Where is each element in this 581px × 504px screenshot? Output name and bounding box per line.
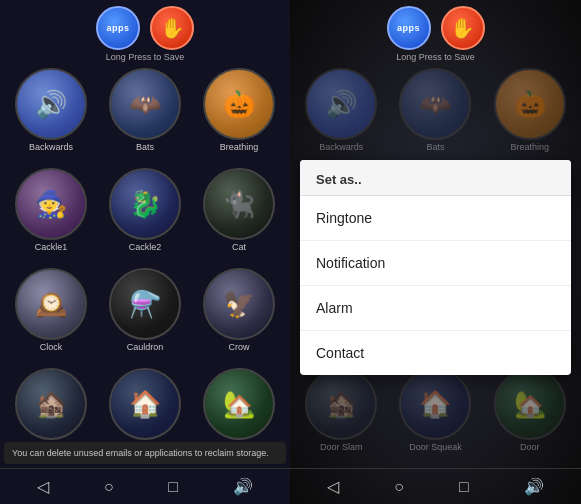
sound-label-bats: Bats [136, 142, 154, 152]
sound-label-cat: Cat [232, 242, 246, 252]
sound-label-crow: Crow [228, 342, 249, 352]
sound-item-cauldron[interactable]: ⚗️Cauldron [100, 268, 190, 364]
sound-icon-crow: 🦅 [203, 268, 275, 340]
sound-icon-doorsqueak: 🏠 [109, 368, 181, 440]
menu-item-notification[interactable]: Notification [300, 241, 571, 286]
back-button-left[interactable]: ◁ [29, 473, 57, 500]
apps-label-left: apps [106, 23, 129, 33]
menu-item-ringtone[interactable]: Ringtone [300, 196, 571, 241]
sound-icon-cauldron: ⚗️ [109, 268, 181, 340]
sound-label-backwards: Backwards [29, 142, 73, 152]
left-panel: apps ✋ Long Press to Save 🔊Backwards🦇Bat… [0, 0, 290, 504]
sound-label-breathing: Breathing [220, 142, 259, 152]
sound-item-cackle1[interactable]: 🧙Cackle1 [6, 168, 96, 264]
sound-label-cackle1: Cackle1 [35, 242, 68, 252]
recents-button-left[interactable]: □ [160, 474, 186, 500]
home-button-left[interactable]: ○ [96, 474, 122, 500]
sound-icon-clock: 🕰️ [15, 268, 87, 340]
toast-message: You can delete unused emails or applicat… [4, 442, 286, 464]
hand-button-left[interactable]: ✋ [150, 6, 194, 50]
sound-icon-door: 🏡 [203, 368, 275, 440]
apps-button-left[interactable]: apps [96, 6, 140, 50]
volume-button-left[interactable]: 🔊 [225, 473, 261, 500]
sound-label-cauldron: Cauldron [127, 342, 164, 352]
sound-icon-doorslam: 🏚️ [15, 368, 87, 440]
sound-item-bats[interactable]: 🦇Bats [100, 68, 190, 164]
popup-overlay: Set as.. Ringtone Notification Alarm Con… [290, 0, 581, 504]
sound-icon-backwards: 🔊 [15, 68, 87, 140]
popup-header: Set as.. [300, 160, 571, 196]
sound-item-cackle2[interactable]: 🐉Cackle2 [100, 168, 190, 264]
sound-label-clock: Clock [40, 342, 63, 352]
sound-item-cat[interactable]: 🐈‍⬛Cat [194, 168, 284, 264]
sound-icon-cackle2: 🐉 [109, 168, 181, 240]
hand-icon-left: ✋ [160, 16, 185, 40]
sound-icon-breathing: 🎃 [203, 68, 275, 140]
sound-item-breathing[interactable]: 🎃Breathing [194, 68, 284, 164]
sound-icon-cackle1: 🧙 [15, 168, 87, 240]
sound-icon-cat: 🐈‍⬛ [203, 168, 275, 240]
context-menu: Set as.. Ringtone Notification Alarm Con… [300, 160, 571, 375]
right-panel: apps ✋ Long Press to Save 🔊Backwards🦇Bat… [290, 0, 581, 504]
long-press-label-left: Long Press to Save [106, 52, 185, 62]
sound-grid-left: 🔊Backwards🦇Bats🎃Breathing🧙Cackle1🐉Cackle… [0, 64, 290, 468]
top-bar-left: apps ✋ Long Press to Save [0, 0, 290, 64]
menu-item-alarm[interactable]: Alarm [300, 286, 571, 331]
sound-item-clock[interactable]: 🕰️Clock [6, 268, 96, 364]
sound-item-backwards[interactable]: 🔊Backwards [6, 68, 96, 164]
menu-item-contact[interactable]: Contact [300, 331, 571, 375]
sound-label-cackle2: Cackle2 [129, 242, 162, 252]
sound-icon-bats: 🦇 [109, 68, 181, 140]
bottom-nav-left: ◁ ○ □ 🔊 [0, 468, 290, 504]
sound-item-crow[interactable]: 🦅Crow [194, 268, 284, 364]
